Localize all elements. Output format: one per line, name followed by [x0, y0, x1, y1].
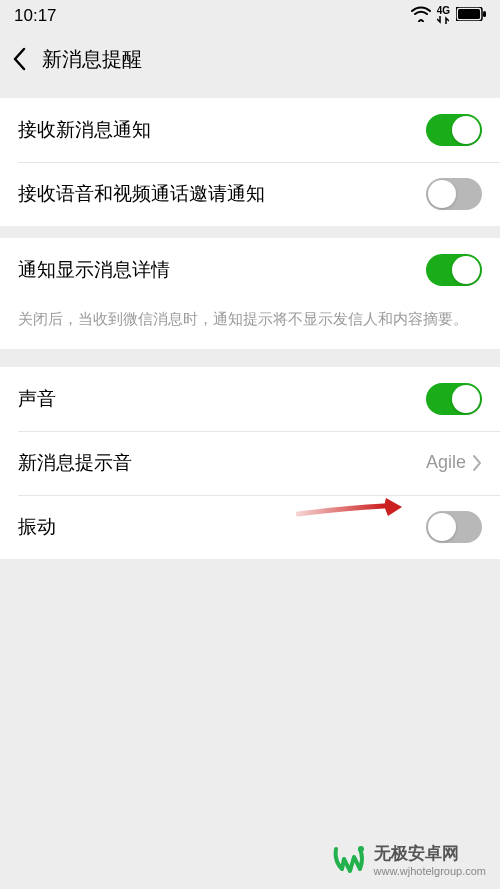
- row-sound[interactable]: 声音: [0, 367, 500, 431]
- toggle-vibrate[interactable]: [426, 511, 482, 543]
- row-vibrate[interactable]: 振动: [0, 495, 500, 559]
- status-time: 10:17: [14, 6, 57, 26]
- status-bar: 10:17 4G: [0, 0, 500, 32]
- row-label: 接收语音和视频通话邀请通知: [18, 181, 265, 207]
- wifi-icon: [411, 6, 431, 27]
- chevron-right-icon: [472, 454, 482, 472]
- page-title: 新消息提醒: [42, 46, 142, 73]
- row-receive-call-invites[interactable]: 接收语音和视频通话邀请通知: [0, 162, 500, 226]
- svg-rect-1: [458, 9, 480, 19]
- page-header: 新消息提醒: [0, 32, 500, 86]
- row-show-message-detail[interactable]: 通知显示消息详情: [0, 238, 500, 302]
- back-icon[interactable]: [12, 47, 26, 71]
- svg-point-3: [358, 846, 364, 852]
- toggle-receive-new-messages[interactable]: [426, 114, 482, 146]
- row-label: 接收新消息通知: [18, 117, 151, 143]
- network-icon: 4G: [437, 6, 450, 26]
- watermark-brand: 无极安卓网: [374, 842, 487, 865]
- row-description: 关闭后，当收到微信消息时，通知提示将不显示发信人和内容摘要。: [0, 302, 500, 349]
- row-label: 振动: [18, 514, 56, 540]
- row-notification-tone[interactable]: 新消息提示音 Agile: [0, 431, 500, 495]
- toggle-sound[interactable]: [426, 383, 482, 415]
- settings-group-detail: 通知显示消息详情 关闭后，当收到微信消息时，通知提示将不显示发信人和内容摘要。: [0, 238, 500, 349]
- row-value: Agile: [426, 452, 466, 473]
- row-label: 新消息提示音: [18, 450, 132, 476]
- svg-rect-2: [483, 11, 486, 17]
- row-label: 声音: [18, 386, 56, 412]
- watermark: 无极安卓网 www.wjhotelgroup.com: [330, 841, 487, 877]
- watermark-url: www.wjhotelgroup.com: [374, 865, 487, 877]
- toggle-receive-call-invites[interactable]: [426, 178, 482, 210]
- row-label: 通知显示消息详情: [18, 257, 170, 283]
- row-receive-new-messages[interactable]: 接收新消息通知: [0, 98, 500, 162]
- battery-icon: [456, 6, 486, 26]
- watermark-logo-icon: [330, 841, 366, 877]
- toggle-show-message-detail[interactable]: [426, 254, 482, 286]
- settings-group-notifications: 接收新消息通知 接收语音和视频通话邀请通知: [0, 98, 500, 226]
- settings-group-sound: 声音 新消息提示音 Agile 振动: [0, 367, 500, 559]
